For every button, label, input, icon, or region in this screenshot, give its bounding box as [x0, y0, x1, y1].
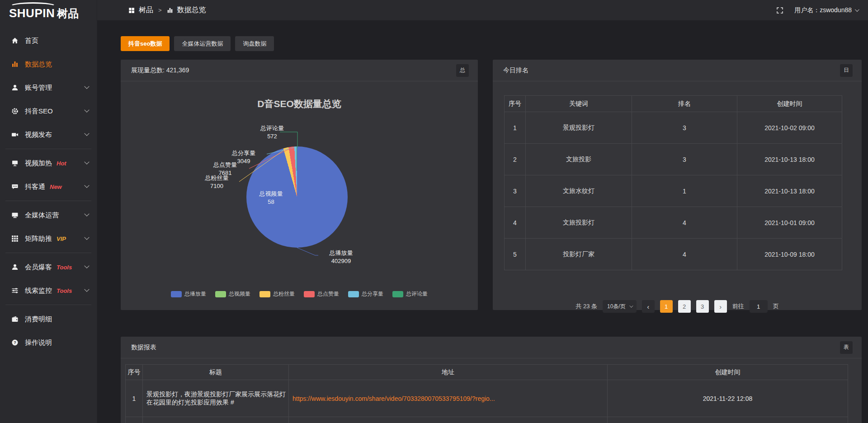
username-menu[interactable]: 用户名：zswodun88: [794, 6, 858, 14]
pie-chart-area: D音SEO数据量总览 总评论量 572: [121, 81, 478, 310]
cell-created: 2021-10-13 18:00: [737, 144, 842, 175]
pie-label-value: 402909: [315, 257, 367, 265]
breadcrumb: 树品 > 数据总览: [128, 5, 206, 15]
video-camera-icon: [11, 131, 19, 138]
svg-text:?: ?: [14, 340, 16, 345]
tab-media-operation-data[interactable]: 全媒体运营数据: [174, 36, 231, 51]
total-button[interactable]: 总: [456, 64, 469, 77]
sidebar-item-douyin-seo[interactable]: 抖音SEO: [0, 99, 97, 123]
help-icon: ?: [11, 339, 19, 346]
sidebar-item-label: 抖音SEO: [25, 107, 53, 116]
cell-created: 2021-10-01 09:00: [737, 207, 842, 239]
sidebar-item-data-overview[interactable]: 数据总览: [0, 52, 97, 76]
video-url-link[interactable]: https://www.iesdouyin.com/share/video/70…: [292, 395, 495, 402]
home-icon: [11, 37, 19, 44]
pagination-total: 共 23 条: [576, 302, 597, 310]
pie-label-name: 总播放量: [315, 249, 367, 257]
legend-item-fans[interactable]: 总粉丝量: [259, 290, 295, 298]
sidebar-item-help[interactable]: ? 操作说明: [0, 331, 97, 354]
pie-label-playback: 总播放量 402909: [315, 249, 367, 265]
breadcrumb-item-root[interactable]: 树品: [139, 5, 153, 15]
report-table: 序号 标题 地址 创建时间 1 景观投影灯，夜游景观投影灯厂家展示展示落花灯在花…: [125, 364, 848, 423]
legend-swatch: [171, 291, 182, 297]
new-badge: New: [50, 183, 62, 190]
chevron-down-icon: [84, 108, 89, 113]
cell-url: https://www.iesdouyin.com/share/video/70…: [289, 380, 608, 417]
page-button-1[interactable]: 1: [660, 300, 673, 313]
sidebar-item-account[interactable]: 账号管理: [0, 76, 97, 99]
ranking-title: 今日排名: [503, 66, 528, 75]
tab-label: 全媒体运营数据: [182, 40, 223, 48]
sidebar-item-matrix-boost[interactable]: 矩阵助推 VIP: [0, 227, 97, 250]
cell-created: 2021-11-22 12:08: [608, 380, 848, 417]
pie-label-value: 7100: [193, 182, 241, 190]
logo-wrap: SHUPIN 树品: [9, 6, 79, 21]
sidebar-item-label: 视频发布: [25, 131, 52, 139]
sidebar-menu: 首页 数据总览 账号管理 抖音SEO: [0, 27, 97, 354]
sidebar-item-media-operation[interactable]: 全媒体运营: [0, 203, 97, 227]
sidebar-item-label: 账号管理: [25, 84, 52, 92]
table-header-row: 序号 关键词 排名 创建时间: [505, 96, 842, 112]
sidebar-item-clue-monitor[interactable]: 线索监控 Tools: [0, 279, 97, 302]
main-column: 树品 > 数据总览 用户名：zswodun88: [97, 0, 868, 423]
hot-badge: Hot: [57, 160, 66, 167]
sidebar-item-video-heat[interactable]: 视频加热 Hot: [0, 151, 97, 175]
menu-divider: [5, 305, 91, 305]
pie-label-name: 总评论量: [247, 124, 297, 132]
table-row: 1 景观投影灯 3 2021-10-02 09:00: [505, 112, 842, 144]
chevron-down-icon: [855, 7, 859, 12]
sidebar-item-home[interactable]: 首页: [0, 29, 97, 52]
goto-unit: 页: [773, 302, 779, 310]
legend-item-likes[interactable]: 总点赞量: [304, 290, 339, 298]
page-button-3[interactable]: 3: [696, 300, 709, 313]
legend-label: 总粉丝量: [273, 290, 295, 298]
page-button-2[interactable]: 2: [678, 300, 691, 313]
app-root: SHUPIN 树品 首页 数据总览 账号管理: [0, 0, 868, 423]
chevron-down-icon: [84, 131, 89, 136]
column-header: 关键词: [526, 96, 632, 112]
vip-badge: VIP: [57, 235, 66, 242]
sidebar-item-douketong[interactable]: 抖客通 New: [0, 175, 97, 198]
sidebar-item-video-publish[interactable]: 视频发布: [0, 123, 97, 146]
ranking-panel: 今日排名 日 序号 关键词 排名 创建时间: [493, 60, 862, 310]
column-header: 创建时间: [737, 96, 842, 112]
legend-label: 总视频量: [229, 290, 250, 298]
chevron-down-icon: [84, 84, 89, 89]
report-panel-header: 数据报表 表: [121, 337, 862, 358]
tab-inquiry-data[interactable]: 询盘数据: [235, 36, 274, 51]
column-header: 序号: [126, 365, 143, 380]
legend-item-playback[interactable]: 总播放量: [171, 290, 206, 298]
ranking-table: 序号 关键词 排名 创建时间 1 景观投影灯 3: [504, 95, 842, 270]
menu-divider: [5, 149, 91, 149]
grid-icon: [11, 235, 19, 242]
username-label: 用户名：zswodun88: [794, 6, 852, 14]
cell-rank: 1: [632, 175, 737, 207]
sidebar-item-label: 操作说明: [25, 338, 52, 347]
heat-board-icon: [11, 160, 19, 167]
next-page-button[interactable]: ›: [714, 300, 727, 313]
goto-page-input[interactable]: [750, 300, 768, 313]
cell-created: 2021-10-09 18:00: [737, 239, 842, 270]
page-size-select[interactable]: 10条/页: [603, 300, 637, 313]
sidebar-item-label: 全媒体运营: [25, 211, 59, 220]
sidebar-item-member-tools[interactable]: 会员爆客 Tools: [0, 255, 97, 279]
legend-item-shares[interactable]: 总分享量: [348, 290, 383, 298]
table-row: 2 文旅投影 3 2021-10-13 18:00: [505, 144, 842, 175]
chevron-down-icon: [84, 263, 89, 268]
sidebar-item-consumption[interactable]: 消费明细: [0, 307, 97, 331]
legend-item-videos[interactable]: 总视频量: [215, 290, 250, 298]
table-row: 5 投影灯厂家 4 2021-10-09 18:00: [505, 239, 842, 270]
prev-page-button[interactable]: ‹: [642, 300, 655, 313]
daily-button[interactable]: 日: [840, 64, 853, 77]
menu-divider: [5, 201, 91, 201]
pie-label-comments: 总评论量 572: [247, 124, 297, 141]
app-grid-icon: [128, 7, 135, 14]
legend-item-comments[interactable]: 总评论量: [392, 290, 428, 298]
tab-douyin-seo-data[interactable]: 抖音seo数据: [121, 36, 170, 51]
cell-index: 2: [505, 144, 526, 175]
cell-index: 4: [505, 207, 526, 239]
data-tabs: 抖音seo数据 全媒体运营数据 询盘数据: [121, 36, 862, 51]
fullscreen-icon[interactable]: [776, 7, 783, 14]
table-button[interactable]: 表: [840, 341, 853, 354]
cell-created: 2021-10-13 18:00: [737, 175, 842, 207]
